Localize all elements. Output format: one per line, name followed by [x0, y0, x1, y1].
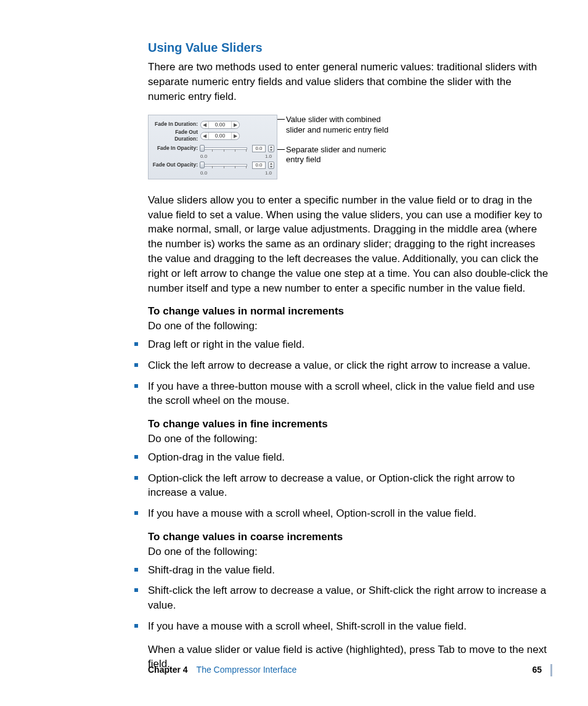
scale-min: 0.0 [200, 153, 207, 160]
arrow-right-icon[interactable]: ▶ [232, 121, 239, 128]
arrow-left-icon[interactable]: ◀ [201, 121, 208, 128]
fade-out-opacity-field[interactable]: 0.0 [252, 162, 266, 169]
fade-in-opacity-stepper[interactable] [268, 145, 274, 152]
section-heading: Using Value Sliders [148, 39, 551, 56]
callout-leader-line-icon [277, 149, 285, 150]
fade-out-opacity-stepper[interactable] [268, 162, 274, 169]
list-item: If you have a three-button mouse with a … [134, 379, 551, 409]
fine-increments-sub: Do one of the following: [148, 433, 258, 445]
fade-in-duration-label: Fade In Duration: [151, 121, 200, 128]
fade-out-opacity-slider[interactable] [200, 164, 247, 166]
list-item: If you have a mouse with a scroll wheel,… [134, 619, 551, 634]
fine-increments-heading: To change values in fine increments [148, 418, 328, 430]
list-item: Drag left or right in the value field. [134, 337, 551, 352]
fade-out-opacity-label: Fade Out Opacity: [151, 160, 200, 169]
footer-chapter: Chapter 4 [148, 664, 188, 676]
list-item: Shift-drag in the value field. [134, 563, 551, 578]
normal-increments-list: Drag left or right in the value field. C… [148, 337, 551, 408]
arrow-right-icon[interactable]: ▶ [232, 133, 239, 139]
list-item: Shift-click the left arrow to decrease a… [134, 583, 551, 613]
fade-in-duration-value[interactable]: 0.00 [208, 121, 232, 128]
slider-panel-figure: Fade In Duration: ◀ 0.00 ▶ Fade Out Dura… [148, 115, 277, 179]
fade-in-opacity-slider[interactable] [200, 147, 247, 150]
slider-thumb-icon[interactable] [200, 162, 205, 168]
fine-increments-list: Option-drag in the value field. Option-c… [148, 450, 551, 521]
page-footer: Chapter 4 The Compressor Interface 65 [148, 664, 552, 676]
fade-in-opacity-field[interactable]: 0.0 [252, 145, 266, 152]
fade-in-opacity-label: Fade In Opacity: [151, 144, 200, 152]
coarse-increments-heading: To change values in coarse increments [148, 531, 343, 543]
list-item: Option-drag in the value field. [134, 450, 551, 465]
list-item: Option-click the left arrow to decrease … [134, 471, 551, 501]
fade-out-duration-value[interactable]: 0.00 [208, 133, 232, 139]
arrow-left-icon[interactable]: ◀ [201, 133, 208, 139]
slider-thumb-icon[interactable] [200, 145, 205, 152]
figure-callouts: Value slider with combined slider and nu… [286, 115, 391, 171]
list-item: Click the left arrow to decrease a value… [134, 358, 551, 373]
normal-increments-heading: To change values in normal increments [148, 305, 344, 317]
scale-min: 0.0 [200, 170, 207, 176]
footer-title: The Compressor Interface [197, 664, 297, 676]
callout-leader-line-icon [277, 119, 285, 120]
intro-paragraph: There are two methods used to enter gene… [148, 60, 551, 104]
fade-out-duration-value-slider[interactable]: ◀ 0.00 ▶ [200, 132, 240, 140]
scale-max: 1.0 [265, 153, 272, 160]
coarse-increments-sub: Do one of the following: [148, 546, 258, 557]
fade-in-duration-value-slider[interactable]: ◀ 0.00 ▶ [200, 121, 240, 129]
footer-page-number: 65 [532, 664, 542, 676]
scale-max: 1.0 [265, 170, 272, 176]
callout-1-text: Value slider with combined slider and nu… [286, 115, 391, 135]
callout-2-text: Separate slider and numeric entry field [286, 145, 391, 165]
explanation-paragraph: Value sliders allow you to enter a speci… [148, 193, 551, 296]
figure-row: Fade In Duration: ◀ 0.00 ▶ Fade Out Dura… [148, 115, 551, 179]
list-item: If you have a mouse with a scroll wheel,… [134, 506, 551, 521]
fade-out-duration-label: Fade Out Duration: [151, 129, 200, 144]
coarse-increments-list: Shift-drag in the value field. Shift-cli… [148, 563, 551, 634]
normal-increments-sub: Do one of the following: [148, 320, 258, 332]
